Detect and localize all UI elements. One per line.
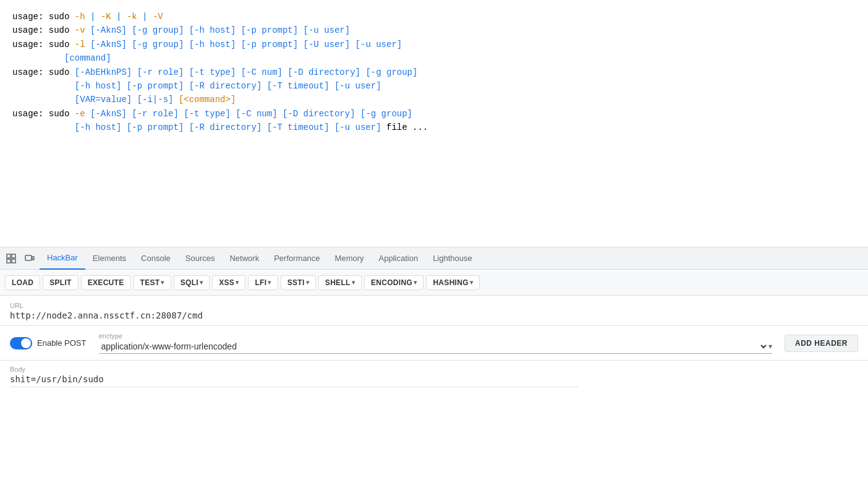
encoding-dropdown-arrow: ▾	[414, 279, 417, 286]
enctype-label: enctype	[99, 332, 772, 340]
tab-hackbar[interactable]: HackBar	[40, 247, 85, 270]
xss-dropdown-arrow: ▾	[236, 279, 239, 286]
devtools-tabs-bar: HackBar Elements Console Sources Network…	[0, 247, 868, 270]
enctype-select-wrapper: application/x-www-form-urlencoded multip…	[99, 341, 772, 354]
svg-rect-4	[25, 255, 32, 260]
tab-sources[interactable]: Sources	[178, 247, 223, 270]
console-line: [command]	[12, 51, 856, 65]
enctype-dropdown-arrow: ▾	[768, 342, 772, 351]
shell-button[interactable]: SHELL ▾	[318, 275, 362, 290]
enctype-select[interactable]: application/x-www-form-urlencoded multip…	[99, 341, 768, 352]
shell-dropdown-arrow: ▾	[352, 279, 355, 286]
console-line: [-h host] [-p prompt] [-R directory] [-T…	[12, 79, 856, 93]
tab-performance[interactable]: Performance	[266, 247, 327, 270]
svg-rect-0	[7, 254, 11, 258]
tab-elements[interactable]: Elements	[85, 247, 134, 270]
enable-post-toggle[interactable]	[10, 337, 32, 349]
split-button[interactable]: SPLIT	[43, 275, 79, 290]
console-line: usage: sudo -l [-AknS] [-g group] [-h ho…	[12, 38, 856, 51]
console-line: usage: sudo [-AbEHknPS] [-r role] [-t ty…	[12, 66, 856, 79]
body-value[interactable]: shit=/usr/bin/sudo	[10, 374, 579, 387]
post-section: Enable POST enctype application/x-www-fo…	[0, 326, 868, 361]
svg-rect-1	[12, 254, 15, 258]
lfi-button[interactable]: LFI ▾	[248, 275, 278, 290]
add-header-button[interactable]: ADD HEADER	[785, 335, 858, 352]
tab-lighthouse[interactable]: Lighthouse	[425, 247, 480, 270]
url-section: URL http://node2.anna.nssctf.cn:28087/cm…	[0, 296, 868, 326]
enctype-section: enctype application/x-www-form-urlencode…	[99, 332, 772, 354]
console-line: usage: sudo -h | -K | -k | -V	[12, 10, 856, 24]
console-output: usage: sudo -h | -K | -k | -V usage: sud…	[0, 0, 868, 247]
console-line: usage: sudo -e [-AknS] [-r role] [-t typ…	[12, 107, 856, 121]
hashing-button[interactable]: HASHING ▾	[426, 275, 480, 290]
svg-rect-2	[7, 259, 11, 263]
hackbar-content: URL http://node2.anna.nssctf.cn:28087/cm…	[0, 296, 868, 488]
hackbar-toolbar: LOAD SPLIT EXECUTE TEST ▾ SQLI ▾ XSS ▾ L…	[0, 270, 868, 296]
body-section: Body shit=/usr/bin/sudo	[0, 361, 868, 392]
devtools-container: HackBar Elements Console Sources Network…	[0, 247, 868, 488]
encoding-button[interactable]: ENCODING ▾	[364, 275, 423, 290]
ssti-dropdown-arrow: ▾	[306, 279, 309, 286]
xss-button[interactable]: XSS ▾	[212, 275, 245, 290]
tab-memory[interactable]: Memory	[328, 247, 372, 270]
test-button[interactable]: TEST ▾	[134, 275, 171, 290]
enable-post-container: Enable POST	[10, 337, 87, 349]
device-toolbar-icon[interactable]	[21, 250, 38, 267]
inspect-icon[interactable]	[2, 250, 20, 267]
svg-rect-5	[32, 257, 34, 260]
console-line: usage: sudo -v [-AknS] [-g group] [-h ho…	[12, 24, 856, 37]
sqli-dropdown-arrow: ▾	[200, 279, 203, 286]
url-label: URL	[10, 302, 858, 309]
tab-console[interactable]: Console	[134, 247, 178, 270]
enable-post-label: Enable POST	[37, 338, 87, 348]
console-line: [-h host] [-p prompt] [-R directory] [-T…	[12, 121, 856, 134]
tab-network[interactable]: Network	[222, 247, 266, 270]
url-value[interactable]: http://node2.anna.nssctf.cn:28087/cmd	[10, 310, 858, 320]
tab-application[interactable]: Application	[372, 247, 426, 270]
svg-rect-3	[12, 259, 15, 263]
execute-button[interactable]: EXECUTE	[81, 275, 131, 290]
hashing-dropdown-arrow: ▾	[470, 279, 473, 286]
test-dropdown-arrow: ▾	[161, 279, 164, 286]
ssti-button[interactable]: SSTI ▾	[281, 275, 316, 290]
sqli-button[interactable]: SQLI ▾	[174, 275, 210, 290]
console-line: [VAR=value] [-i|-s] [<command>]	[12, 93, 856, 106]
body-label: Body	[10, 366, 858, 373]
lfi-dropdown-arrow: ▾	[268, 279, 271, 286]
load-button[interactable]: LOAD	[5, 275, 40, 290]
